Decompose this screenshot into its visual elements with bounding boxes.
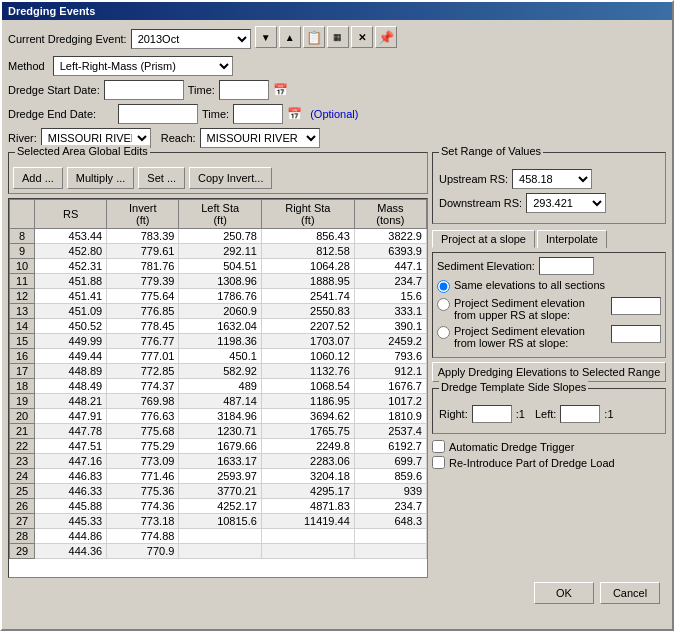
sed-elev-label: Sediment Elevation: — [437, 260, 535, 272]
col-header-right-sta: Right Sta(ft) — [261, 200, 354, 229]
upstream-rs-label: Upstream RS: — [439, 173, 508, 185]
col-header-left-sta: Left Sta(ft) — [179, 200, 262, 229]
reintroduce-label: Re-Introduce Part of Dredge Load — [449, 457, 615, 469]
table-row[interactable]: 16449.44777.01450.11060.12793.6 — [10, 349, 427, 364]
upper-slope-input[interactable] — [611, 297, 661, 315]
table-row[interactable]: 29444.36770.9 — [10, 544, 427, 559]
method-select[interactable]: Left-Right-Mass (Prism) — [53, 56, 233, 76]
table-row[interactable]: 18448.49774.374891068.541676.7 — [10, 379, 427, 394]
radio-lower-rs[interactable] — [437, 326, 450, 339]
table-row[interactable]: 12451.41775.641786.762541.7415.6 — [10, 289, 427, 304]
right-slope-input[interactable] — [472, 405, 512, 423]
end-time-input[interactable] — [233, 104, 283, 124]
upstream-rs-select[interactable]: 458.18 — [512, 169, 592, 189]
table-row[interactable]: 8453.44783.39250.78856.433822.9 — [10, 229, 427, 244]
table-row[interactable]: 11451.88779.391308.961888.95234.7 — [10, 274, 427, 289]
table-row[interactable]: 10452.31781.76504.511064.28447.1 — [10, 259, 427, 274]
table-row[interactable]: 25446.33775.363770.214295.17939 — [10, 484, 427, 499]
col-header-rs: RS — [35, 200, 107, 229]
table-row[interactable]: 17448.89772.85582.921132.76912.1 — [10, 364, 427, 379]
reintroduce-checkbox[interactable] — [432, 456, 445, 469]
right-colon-label: :1 — [516, 408, 525, 420]
radio-upper-rs[interactable] — [437, 298, 450, 311]
selected-area-title: Selected Area Global Edits — [15, 145, 150, 157]
table-row[interactable]: 24446.83771.462593.973204.18859.6 — [10, 469, 427, 484]
current-event-select[interactable]: 2013Oct — [131, 29, 251, 49]
calendar-icon[interactable]: 📅 — [273, 83, 288, 97]
copy-invert-btn[interactable]: Copy Invert... — [189, 167, 272, 189]
dredging-table: RS Invert(ft) Left Sta(ft) Right Sta(ft)… — [8, 198, 428, 578]
table-row[interactable]: 9452.80779.61292.11812.586393.9 — [10, 244, 427, 259]
ok-btn[interactable]: OK — [534, 582, 594, 604]
table-row[interactable]: 20447.91776.633184.963694.621810.9 — [10, 409, 427, 424]
table-row[interactable]: 15449.99776.771198.361703.072459.2 — [10, 334, 427, 349]
downstream-rs-label: Downstream RS: — [439, 197, 522, 209]
table-row[interactable]: 22447.51775.291679.662249.86192.7 — [10, 439, 427, 454]
start-time-label: Time: — [188, 84, 215, 96]
add-btn[interactable]: Add ... — [13, 167, 63, 189]
range-title: Set Range of Values — [439, 145, 543, 157]
reach-select[interactable]: MISSOURI RIVER — [200, 128, 320, 148]
set-btn[interactable]: Set ... — [138, 167, 185, 189]
table-row[interactable]: 21447.78775.681230.711765.752537.4 — [10, 424, 427, 439]
apply-dredging-btn[interactable]: Apply Dredging Elevations to Selected Ra… — [432, 362, 666, 382]
col-header-mass: Mass(tons) — [354, 200, 426, 229]
copy-btn[interactable]: 📋 — [303, 26, 325, 48]
table-row[interactable]: 27445.33773.1810815.611419.44648.3 — [10, 514, 427, 529]
sed-elev-input[interactable] — [539, 257, 594, 275]
move-down-btn[interactable]: ▼ — [255, 26, 277, 48]
table-row[interactable]: 28444.86774.88 — [10, 529, 427, 544]
downstream-rs-select[interactable]: 293.421 — [526, 193, 606, 213]
multiply-btn[interactable]: Multiply ... — [67, 167, 135, 189]
left-slope-label: Left: — [535, 408, 556, 420]
auto-trigger-label: Automatic Dredge Trigger — [449, 441, 574, 453]
river-label: River: — [8, 132, 37, 144]
calendar2-icon[interactable]: 📅 — [287, 107, 302, 121]
delete-btn[interactable]: ✕ — [351, 26, 373, 48]
title-bar: Dredging Events — [2, 2, 672, 20]
table-row[interactable]: 26445.88774.364252.174871.83234.7 — [10, 499, 427, 514]
copy2-btn[interactable]: 📌 — [375, 26, 397, 48]
radio-same-elev-label: Same elevations to all sections — [454, 279, 605, 291]
radio-upper-rs-label: Project Sediment elevationfrom upper RS … — [454, 297, 607, 321]
dredge-end-input[interactable] — [118, 104, 198, 124]
left-slope-input[interactable] — [560, 405, 600, 423]
table-row[interactable]: 19448.21769.98487.141186.951017.2 — [10, 394, 427, 409]
radio-lower-rs-label: Project Sediment elevationfrom lower RS … — [454, 325, 607, 349]
tab-content: Sediment Elevation: Same elevations to a… — [432, 252, 666, 358]
window-title: Dredging Events — [8, 5, 95, 17]
end-time-label: Time: — [202, 108, 229, 120]
table-row[interactable]: 13451.09776.852060.92550.83333.1 — [10, 304, 427, 319]
grid-btn[interactable]: ▦ — [327, 26, 349, 48]
dredge-end-label: Dredge End Date: — [8, 108, 96, 120]
left-colon-label: :1 — [604, 408, 613, 420]
lower-slope-input[interactable] — [611, 325, 661, 343]
tab-interpolate[interactable]: Interpolate — [537, 230, 607, 248]
side-slopes-title: Dredge Template Side Slopes — [439, 381, 588, 393]
current-event-label: Current Dredging Event: — [8, 33, 127, 45]
reach-label: Reach: — [161, 132, 196, 144]
tab-project-slope[interactable]: Project at a slope — [432, 230, 535, 248]
right-slope-label: Right: — [439, 408, 468, 420]
dredge-start-input[interactable]: 01Oct2013 — [104, 80, 184, 100]
table-row[interactable]: 14450.52778.451632.042207.52390.1 — [10, 319, 427, 334]
col-header-invert: Invert(ft) — [107, 200, 179, 229]
move-up-btn[interactable]: ▲ — [279, 26, 301, 48]
col-header-num — [10, 200, 35, 229]
start-time-input[interactable]: 0001 — [219, 80, 269, 100]
table-row[interactable]: 23447.16773.091633.172283.06699.7 — [10, 454, 427, 469]
auto-trigger-checkbox[interactable] — [432, 440, 445, 453]
radio-same-elev[interactable] — [437, 280, 450, 293]
method-label: Method — [8, 60, 45, 72]
dredge-start-label: Dredge Start Date: — [8, 84, 100, 96]
dredging-events-window: Dredging Events Current Dredging Event: … — [0, 0, 674, 631]
optional-label: (Optional) — [310, 108, 358, 120]
cancel-btn[interactable]: Cancel — [600, 582, 660, 604]
